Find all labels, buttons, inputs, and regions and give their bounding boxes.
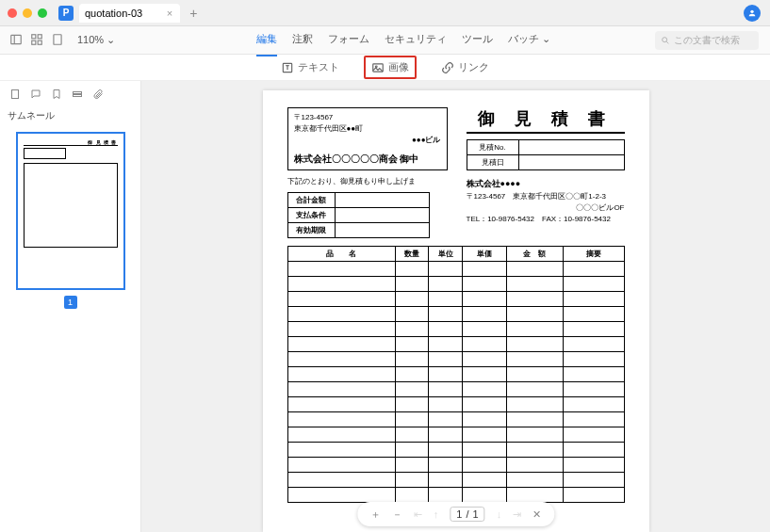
table-row	[287, 307, 624, 322]
comment-icon[interactable]	[30, 89, 41, 102]
svg-line-9	[666, 41, 668, 43]
new-tab-button[interactable]: +	[189, 6, 197, 21]
document-canvas[interactable]: 〒123-4567 東京都千代田区●●町 ●●●ビル 株式会社〇〇〇〇〇商会 御…	[141, 81, 770, 532]
search-placeholder: この文書で検索	[674, 34, 740, 47]
menu-form[interactable]: フォーム	[328, 32, 369, 49]
table-row	[287, 488, 624, 503]
page-navigator: ＋ － ⇤ ↑ 1 / 1 ↓ ⇥ ✕	[357, 502, 554, 526]
search-icon	[661, 36, 670, 45]
sidebar-label: サムネール	[8, 109, 133, 122]
menu-edit[interactable]: 編集	[256, 32, 277, 49]
user-icon	[747, 8, 757, 18]
prev-page-button[interactable]: ↑	[434, 508, 439, 520]
intro-note: 下記のとおり、御見積もり申し上げま	[287, 176, 448, 186]
image-icon	[371, 61, 385, 74]
image-tool[interactable]: 画像	[364, 56, 417, 79]
zoom-dropdown[interactable]: 110% ⌄	[77, 34, 115, 46]
svg-rect-15	[12, 90, 19, 99]
menu-annotate[interactable]: 注釈	[292, 32, 313, 49]
table-row	[287, 322, 624, 337]
svg-rect-1	[11, 35, 22, 43]
table-row	[287, 277, 624, 292]
window-controls	[8, 8, 47, 18]
search-box[interactable]: この文書で検索	[655, 31, 759, 50]
svg-rect-16	[74, 92, 82, 94]
minimize-window[interactable]	[23, 8, 32, 18]
svg-point-0	[750, 10, 753, 13]
svg-rect-4	[38, 34, 41, 38]
user-avatar[interactable]	[744, 5, 761, 22]
menu-security[interactable]: セキュリティ	[385, 32, 447, 49]
link-tool[interactable]: リンク	[435, 57, 495, 77]
close-pager-button[interactable]: ✕	[532, 508, 541, 521]
menu-tools[interactable]: ツール	[462, 32, 493, 49]
page-thumbnail[interactable]: 御 見 積 書	[16, 132, 125, 290]
grid-view-icon[interactable]	[30, 33, 43, 48]
svg-rect-3	[32, 34, 36, 38]
titlebar: P quotation-03 × +	[0, 0, 770, 26]
attachment-icon[interactable]	[92, 89, 104, 102]
table-row	[287, 352, 624, 367]
table-row	[287, 443, 624, 458]
last-page-button[interactable]: ⇥	[513, 508, 521, 521]
table-row	[287, 382, 624, 397]
table-row	[287, 458, 624, 473]
sender-block: 株式会社●●●● 〒123-4567 東京都千代田区〇〇町1-2-3 〇〇〇ビル…	[467, 178, 625, 225]
svg-point-8	[663, 37, 667, 41]
table-row	[287, 337, 624, 352]
table-row	[287, 367, 624, 382]
line-items-table: 品 名 数量 単位 単価 金 額 摘要	[287, 246, 625, 503]
table-row	[287, 412, 624, 427]
document-title: 御 見 積 書	[467, 107, 625, 134]
page-indicator[interactable]: 1 / 1	[450, 507, 484, 522]
table-row	[287, 262, 624, 277]
table-row	[287, 473, 624, 488]
svg-rect-5	[32, 40, 36, 44]
page-number-badge: 1	[64, 296, 77, 309]
next-page-button[interactable]: ↓	[497, 508, 502, 520]
document-page[interactable]: 〒123-4567 東京都千代田区●●町 ●●●ビル 株式会社〇〇〇〇〇商会 御…	[263, 90, 649, 532]
document-tab[interactable]: quotation-03 ×	[79, 4, 180, 23]
text-icon	[281, 61, 294, 74]
thumbnail-icon[interactable]	[9, 89, 21, 102]
quote-number-table: 見積No. 見積日	[467, 139, 625, 170]
close-window[interactable]	[8, 8, 17, 18]
thumbnail-sidebar: サムネール 御 見 積 書 1	[0, 81, 141, 532]
maximize-window[interactable]	[38, 8, 47, 18]
sidebar-toggle-icon[interactable]	[9, 33, 23, 48]
link-icon	[441, 61, 454, 74]
summary-table: 合計金額 支払条件 有効期限	[287, 192, 430, 238]
text-tool[interactable]: テキスト	[275, 57, 345, 77]
first-page-button[interactable]: ⇤	[414, 508, 422, 521]
svg-rect-6	[38, 40, 41, 44]
page-view-icon[interactable]	[51, 33, 64, 48]
close-tab-icon[interactable]: ×	[167, 8, 172, 19]
svg-rect-17	[74, 95, 82, 97]
svg-rect-7	[54, 34, 61, 44]
main-toolbar: 110% ⌄ 編集 注釈 フォーム セキュリティ ツール バッチ ⌄ この文書で…	[0, 26, 770, 55]
edit-toolbar: テキスト 画像 リンク	[0, 55, 770, 81]
app-icon: P	[58, 6, 74, 21]
tab-title: quotation-03	[85, 8, 142, 19]
layers-icon[interactable]	[72, 89, 83, 102]
view-mode-group	[9, 33, 64, 48]
zoom-out-button[interactable]: －	[392, 508, 402, 522]
table-row	[287, 397, 624, 412]
recipient-box: 〒123-4567 東京都千代田区●●町 ●●●ビル 株式会社〇〇〇〇〇商会 御…	[287, 107, 448, 170]
table-row	[287, 292, 624, 307]
menu-batch[interactable]: バッチ ⌄	[508, 32, 550, 49]
menu-bar: 編集 注釈 フォーム セキュリティ ツール バッチ ⌄	[256, 32, 550, 49]
zoom-in-button[interactable]: ＋	[370, 508, 381, 522]
table-row	[287, 427, 624, 443]
bookmark-icon[interactable]	[51, 89, 62, 102]
